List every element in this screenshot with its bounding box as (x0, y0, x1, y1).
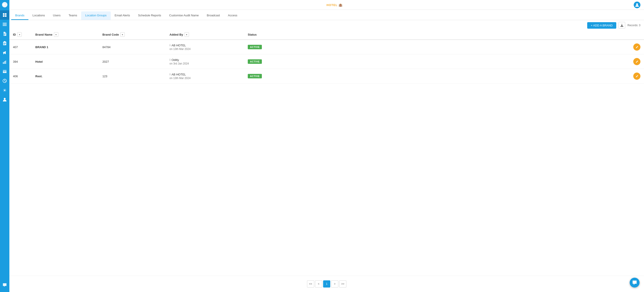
table-container: ID ▾ Brand Name ▾ Brand (10, 30, 644, 276)
cell-status-1: ACTIVE (244, 54, 630, 69)
added-by-name-2: AB HOTEL (172, 73, 186, 76)
col-header-actions (630, 30, 644, 40)
svg-point-28 (4, 98, 6, 100)
sort-id-button[interactable]: ▾ (17, 32, 22, 37)
add-brand-button[interactable]: + ADD A BRAND (587, 22, 616, 29)
svg-rect-22 (5, 61, 6, 64)
tab-email-alerts[interactable]: Email Alerts (111, 12, 134, 20)
cell-brand-name-0: BRAND 1 (32, 40, 99, 54)
pagination-first[interactable]: << (307, 280, 314, 287)
edit-button-0[interactable] (633, 43, 640, 51)
sidebar-item-megaphone[interactable] (0, 48, 10, 57)
cell-status-0: ACTIVE (244, 40, 630, 54)
info-icon-0: ℹ (170, 44, 170, 47)
status-badge-0: ACTIVE (248, 45, 262, 49)
tab-access[interactable]: Access (224, 12, 241, 20)
sidebar-item-chart[interactable] (0, 57, 10, 67)
cell-edit-0 (630, 40, 644, 54)
col-header-added-by: Added By ▾ (166, 30, 244, 40)
svg-rect-8 (3, 24, 7, 25)
svg-rect-9 (3, 25, 7, 26)
sidebar-item-clock[interactable] (0, 76, 10, 86)
cell-edit-1 (630, 54, 644, 69)
cell-id-1: 394 (10, 54, 32, 69)
sidebar-item-person[interactable] (0, 95, 10, 104)
tab-locations[interactable]: Locations (28, 12, 49, 20)
sidebar-item-list[interactable] (0, 20, 10, 29)
added-by-name-0: AB HOTEL (172, 44, 186, 47)
added-by-date-0: on 13th Mar 2024 (170, 48, 240, 51)
brands-table: ID ▾ Brand Name ▾ Brand (10, 30, 644, 84)
table-header-row: ID ▾ Brand Name ▾ Brand (10, 30, 644, 40)
nav-tabs: Brands Locations Users Teams Location Gr… (10, 10, 644, 20)
cell-id-2: 406 (10, 69, 32, 84)
col-header-status: Status (244, 30, 630, 40)
svg-rect-21 (4, 61, 5, 64)
sort-brand-code-button[interactable]: ▾ (120, 32, 125, 37)
pagination-last[interactable]: >> (339, 280, 346, 287)
main-content: HOTEL 🏨 Brands Locations Users Teams Loc… (10, 0, 644, 292)
col-header-id: ID ▾ (10, 30, 32, 40)
svg-rect-11 (4, 34, 6, 35)
col-header-brand-code: Brand Code ▾ (99, 30, 166, 40)
svg-rect-10 (4, 34, 6, 34)
col-label-brand-code: Brand Code (102, 33, 119, 36)
hotel-logo-text: HOTEL (326, 3, 338, 7)
cell-status-2: ACTIVE (244, 69, 630, 84)
col-header-brand-name: Brand Name ▾ (32, 30, 99, 40)
hotel-logo-icon: 🏨 (338, 3, 342, 7)
cell-brand-code-2: 123 (99, 69, 166, 84)
tab-customise-audit[interactable]: Customise Audit Name (165, 12, 203, 20)
sidebar-item-document[interactable] (0, 29, 10, 39)
sidebar (0, 0, 10, 292)
chat-fab[interactable] (630, 278, 640, 287)
cell-brand-code-1: 2027 (99, 54, 166, 69)
table-row: 407 BRAND 1 84784 ℹ AB HOTEL on 13th Mar… (10, 40, 644, 54)
sort-added-by-button[interactable]: ▾ (184, 32, 189, 37)
tab-teams[interactable]: Teams (64, 12, 81, 20)
tab-schedule-reports[interactable]: Schedule Reports (134, 12, 165, 20)
cell-edit-2 (630, 69, 644, 84)
svg-point-2 (3, 4, 4, 5)
svg-rect-23 (6, 60, 6, 64)
svg-rect-7 (3, 23, 7, 24)
cell-brand-code-0: 84784 (99, 40, 166, 54)
pagination-current[interactable]: 1 (323, 280, 330, 287)
svg-rect-3 (3, 13, 4, 15)
actions-row: + ADD A BRAND Records: 3 (10, 20, 644, 30)
col-label-status: Status (248, 33, 257, 36)
cell-id-0: 407 (10, 40, 32, 54)
sidebar-item-gear[interactable] (0, 86, 10, 95)
sort-brand-name-button[interactable]: ▾ (54, 32, 58, 37)
pagination-next[interactable]: > (331, 280, 338, 287)
tab-users[interactable]: Users (49, 12, 64, 20)
col-label-brand-name: Brand Name (35, 33, 52, 36)
cell-brand-name-2: Rest. (32, 69, 99, 84)
table-row: 394 Hotel 2027 ℹ Oditly on 3rd Jan 2024 … (10, 54, 644, 69)
svg-rect-14 (4, 41, 5, 42)
sidebar-item-inbox[interactable] (0, 67, 10, 76)
tab-location-groups[interactable]: Location Groups (81, 12, 110, 20)
svg-rect-15 (4, 43, 6, 43)
svg-rect-16 (4, 43, 6, 44)
tab-broadcast[interactable]: Broadcast (203, 12, 224, 20)
edit-button-1[interactable] (633, 58, 640, 65)
download-button[interactable] (618, 22, 625, 29)
sidebar-chat-icon[interactable] (0, 280, 10, 290)
col-label-added-by: Added By (170, 33, 183, 36)
topbar-logo: HOTEL 🏨 (326, 3, 342, 7)
svg-rect-6 (5, 15, 6, 17)
pagination-prev[interactable]: < (315, 280, 322, 287)
sidebar-item-clipboard[interactable] (0, 39, 10, 48)
records-count: Records: 3 (628, 24, 640, 27)
edit-button-2[interactable] (633, 73, 640, 80)
sidebar-item-grid[interactable] (0, 10, 10, 20)
cell-added-by-2: ℹ AB HOTEL on 13th Mar 2024 (166, 69, 244, 84)
added-by-date-1: on 3rd Jan 2024 (170, 62, 240, 65)
tab-brands[interactable]: Brands (11, 12, 28, 20)
svg-rect-19 (3, 53, 4, 54)
pagination: << < 1 > >> (10, 276, 644, 292)
svg-rect-20 (3, 62, 4, 64)
user-avatar[interactable] (634, 2, 640, 8)
sidebar-logo[interactable] (0, 0, 10, 10)
